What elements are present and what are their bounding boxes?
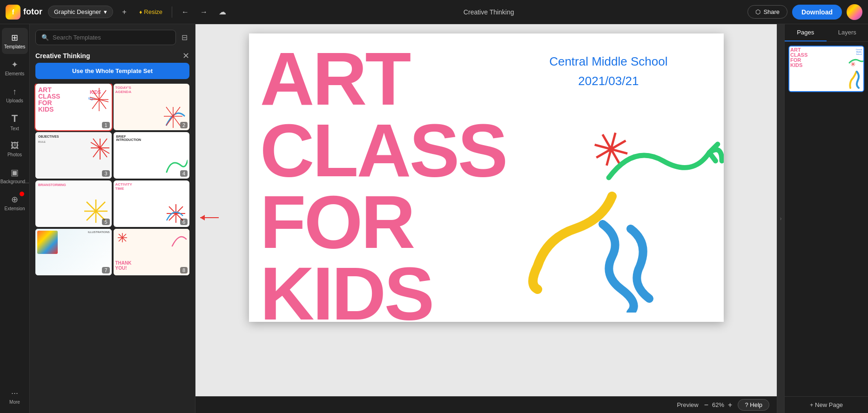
help-button[interactable]: ? Help (738, 399, 769, 411)
template-thumb-5[interactable]: BRIANSTORMING 5 (35, 180, 112, 227)
tab-pages[interactable]: Pages (785, 24, 827, 41)
template-1-decoration: KIDS logo (87, 86, 111, 113)
template-thumb-2[interactable]: TODAY'SAGENDA 2 (114, 84, 190, 130)
photos-icon: 🖼 (11, 141, 19, 151)
template-8-deco-right (170, 230, 188, 248)
template-num-4: 4 (180, 170, 188, 177)
main-layout: ⊞ Templates ✦ Elements ↑ Uploads T Text … (0, 24, 868, 413)
template-3-text: OBJECTIVES (38, 135, 59, 138)
sidebar-item-background[interactable]: ▣ Background... (2, 163, 28, 189)
search-icon: 🔍 (41, 34, 49, 41)
bottom-bar: Preview − 62% + ? Help (195, 396, 777, 413)
canvas-page: ART CLASS FOR KIDS Central Middle School… (249, 33, 724, 322)
sidebar-item-uploads[interactable]: ↑ Uploads (2, 82, 28, 108)
template-3-deco (88, 134, 111, 167)
sidebar-uploads-label: Uploads (6, 98, 23, 103)
page-thumb-green (847, 56, 863, 70)
sidebar-templates-label: Templates (4, 44, 26, 49)
zoom-out-button[interactable]: − (704, 401, 708, 409)
right-panel: Pages Layers ARTCLASSFORKIDS CentralMidd… (784, 24, 868, 413)
undo-button[interactable]: ← (178, 5, 193, 20)
logo-area: f fotor (6, 5, 42, 20)
template-thumb-4[interactable]: BRIEFINTRODUCTION 4 (114, 132, 190, 179)
add-button[interactable]: + (117, 5, 132, 20)
page-thumb-art-text: ARTCLASSFORKIDS (790, 47, 807, 68)
pages-list: ARTCLASSFORKIDS CentralMiddleSchool ✳ (785, 42, 868, 396)
download-button[interactable]: Download (792, 5, 842, 20)
sidebar-item-templates[interactable]: ⊞ Templates (2, 28, 28, 54)
template-7-text: ILLUSTRATIONS (88, 231, 110, 233)
template-arrow (195, 211, 219, 226)
template-4-text: BRIEFINTRODUCTION (116, 135, 141, 141)
template-7-colorblock (37, 231, 58, 254)
search-input[interactable] (53, 34, 170, 41)
template-num-2: 2 (180, 122, 188, 128)
canvas-wrapper: ART CLASS FOR KIDS Central Middle School… (195, 24, 777, 413)
sidebar-item-elements[interactable]: ✦ Elements (2, 55, 28, 81)
user-avatar[interactable] (847, 4, 862, 20)
tab-layers[interactable]: Layers (827, 24, 868, 41)
template-panel: 🔍 ⊟ Creative Thinking ✕ Use the Whole Te… (30, 24, 195, 413)
art-line1: ART (260, 43, 506, 114)
sidebar-item-more[interactable]: ··· More (2, 383, 28, 409)
main-art-text: ART CLASS FOR KIDS (260, 43, 506, 322)
more-icon: ··· (11, 388, 18, 398)
template-thumb-8[interactable]: THANKYOU! 8 (114, 229, 190, 275)
topbar-right: ⬡ Share Download (747, 4, 862, 20)
redo-button[interactable]: → (196, 5, 211, 20)
sidebar-item-templates-wrapper: ⊞ Templates (2, 28, 28, 54)
topbar: f fotor Graphic Designer ▾ + ♦ Resize ← … (0, 0, 868, 24)
preview-button[interactable]: Preview (677, 401, 698, 408)
cloud-save-button[interactable]: ☁ (215, 5, 230, 20)
extension-icon: ⊕ (11, 194, 18, 205)
template-2-text: TODAY'SAGENDA (115, 86, 132, 94)
page-1-thumbnail[interactable]: ARTCLASSFORKIDS CentralMiddleSchool ✳ (788, 46, 864, 92)
template-thumb-6[interactable]: ACTIVITYTIME 6 (114, 180, 190, 227)
project-title: Creative Thinking (234, 8, 744, 16)
app-mode-label: Graphic Designer (54, 8, 101, 15)
school-name: Central Middle School (549, 52, 667, 72)
school-date: 2021/03/21 (549, 72, 667, 91)
share-button[interactable]: ⬡ Share (747, 5, 787, 19)
use-template-button[interactable]: Use the Whole Template Set (35, 63, 189, 79)
sidebar-elements-label: Elements (5, 71, 25, 76)
template-num-1: 1 (102, 122, 109, 128)
sidebar-more-label: More (9, 400, 20, 405)
template-num-6: 6 (180, 219, 188, 225)
template-thumb-3[interactable]: OBJECTIVES RULE 3 (35, 132, 112, 179)
template-8-deco-top (115, 231, 129, 245)
resize-button[interactable]: ♦ Resize (135, 5, 166, 20)
panel-header: 🔍 ⊟ (30, 24, 195, 49)
template-num-8: 8 (180, 267, 188, 273)
template-thumb-1[interactable]: ARTCLASSFORKIDS KIDS logo 1 (35, 84, 112, 130)
school-info: Central Middle School 2021/03/21 (549, 52, 667, 91)
divider-1 (172, 7, 172, 18)
template-6-text: ACTIVITYTIME (115, 182, 132, 191)
filter-button[interactable]: ⊟ (180, 31, 189, 44)
art-line2: CLASS (260, 114, 506, 186)
page-thumb-blue (853, 70, 862, 89)
text-icon: T (12, 113, 18, 125)
sidebar-background-label: Background... (0, 179, 29, 184)
template-thumb-7[interactable]: ILLUSTRATIONS 7 (35, 229, 112, 275)
right-panel-tabs: Pages Layers (785, 24, 868, 42)
zoom-controls: − 62% + (704, 401, 733, 409)
sidebar-item-photos[interactable]: 🖼 Photos (2, 136, 28, 162)
close-panel-button[interactable]: ✕ (182, 52, 189, 60)
background-icon: ▣ (11, 167, 19, 178)
template-8-text: THANKYOU! (115, 260, 132, 271)
template-section-title: Creative Thinking (35, 52, 90, 60)
sidebar-item-text[interactable]: T Text (2, 109, 28, 135)
app-mode-selector[interactable]: Graphic Designer ▾ (48, 6, 113, 18)
elements-icon: ✦ (11, 60, 18, 70)
template-5-text: BRIANSTORMING (38, 183, 66, 187)
template-grid: ARTCLASSFORKIDS KIDS logo 1 TOD (30, 84, 195, 275)
art-line4: KIDS (260, 258, 506, 322)
page-thumb-school-info: CentralMiddleSchool (856, 48, 862, 55)
collapse-handle[interactable]: › (777, 24, 784, 413)
zoom-in-button[interactable]: + (728, 401, 732, 409)
crown-icon: ♦ (139, 9, 142, 15)
template-1-text: ARTCLASSFORKIDS (38, 87, 60, 113)
sidebar-photos-label: Photos (7, 152, 22, 157)
new-page-button[interactable]: + New Page (785, 396, 868, 413)
